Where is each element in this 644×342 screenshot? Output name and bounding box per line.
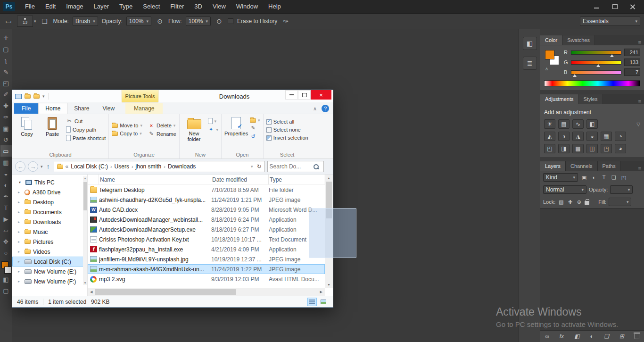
expander-icon[interactable]: ▸ — [18, 250, 22, 254]
photo-filter-icon[interactable]: ▦ — [601, 132, 612, 141]
forward-button[interactable]: → — [28, 161, 38, 172]
paste-button[interactable]: Paste — [41, 116, 64, 151]
column-header-type[interactable]: Type — [269, 175, 324, 184]
scroll-right-icon[interactable]: ▶ — [318, 290, 325, 294]
lasso-tool-icon[interactable]: ʅ — [0, 55, 12, 66]
zoom-tool-icon[interactable]: ○ — [0, 247, 12, 259]
crumb-user[interactable]: jhon smith — [136, 163, 162, 170]
quick-mask-icon[interactable]: ◧ — [0, 274, 12, 285]
expander-icon[interactable]: ▸ — [18, 200, 22, 204]
nav-scrollbar[interactable]: ▲ ▼ — [83, 176, 87, 285]
details-view-button[interactable] — [307, 298, 317, 306]
expander-icon[interactable]: ▸ — [18, 240, 22, 244]
lock-pixels-icon[interactable]: ✚ — [567, 199, 573, 205]
type-tool-icon[interactable]: T — [0, 202, 12, 213]
table-row[interactable]: janfillem-9LMd9iiVL9Y-unsplash.jpg 10/19… — [88, 254, 325, 264]
scroll-up-icon[interactable]: ▲ — [327, 175, 330, 182]
black-white-icon[interactable]: ◒ — [586, 132, 598, 141]
tab-styles[interactable]: Styles — [579, 94, 603, 104]
filter-shape-layers-icon[interactable]: ❏ — [610, 175, 618, 181]
screen-mode-icon[interactable]: ▢ — [0, 285, 12, 296]
scroll-thumb[interactable] — [83, 182, 87, 210]
sidebar-item-downloads[interactable]: ▸ Downloads — [12, 217, 87, 227]
picture-tools-context-tab[interactable]: Picture Tools — [122, 90, 158, 102]
tab-adjustments[interactable]: Adjustments — [540, 94, 579, 104]
background-color-swatch[interactable] — [4, 267, 11, 274]
menu-type[interactable]: Type — [114, 0, 138, 13]
toggle-brush-panel-icon[interactable]: ❏ — [40, 17, 50, 25]
gamut-warning-icon[interactable]: ⚠ — [545, 67, 548, 71]
green-value-field[interactable]: 133 — [624, 58, 640, 66]
copy-to-button[interactable]: Copy to ▾ — [112, 131, 142, 136]
filter-adjustment-layers-icon[interactable]: ◐ — [590, 175, 598, 180]
invert-icon[interactable]: ◰ — [544, 144, 555, 153]
open-button[interactable]: ▾ — [250, 118, 260, 123]
eraser-tool-preset-icon[interactable]: ▭ — [4, 17, 13, 25]
add-layer-mask-icon[interactable]: ◧ — [574, 333, 579, 340]
new-folder-button[interactable]: New folder — [182, 116, 206, 151]
recent-locations-icon[interactable]: ▾ — [41, 164, 43, 169]
edit-button[interactable]: ✎ — [250, 125, 260, 131]
scroll-up-icon[interactable]: ▲ — [83, 177, 87, 180]
column-header-date-modified[interactable]: Date modified — [211, 175, 269, 184]
filter-smart-object-icon[interactable]: ◳ — [620, 175, 627, 181]
opacity-select[interactable]: 100% ▾ — [126, 17, 151, 26]
table-row[interactable]: Crisiss Photoshop Activation Key.txt 10/… — [88, 234, 325, 244]
blur-tool-icon[interactable]: ◒ — [0, 168, 12, 179]
collapse-ribbon-icon[interactable]: ∧ — [313, 106, 317, 112]
expander-icon[interactable]: ▸ — [18, 190, 22, 194]
scroll-down-icon[interactable]: ▼ — [83, 282, 87, 284]
path-selection-tool-icon[interactable]: ▶ — [0, 213, 12, 225]
lock-all-icon[interactable] — [585, 201, 589, 205]
red-slider[interactable] — [571, 50, 621, 55]
crumb-downloads[interactable]: Downloads — [168, 163, 196, 170]
table-row[interactable]: AutodeskDownloadManagerSetup.exe 8/18/20… — [88, 225, 325, 234]
pressure-size-icon[interactable]: ✑ — [281, 17, 290, 25]
history-panel-icon[interactable]: ◧ — [523, 37, 537, 50]
tab-swatches[interactable]: Swatches — [562, 35, 595, 45]
shape-tool-icon[interactable]: ▱ — [0, 225, 12, 236]
gradient-map-icon[interactable]: ◫ — [586, 144, 598, 153]
tab-share[interactable]: Share — [67, 103, 96, 114]
exposure-icon[interactable]: ◧ — [586, 119, 598, 129]
restore-icon[interactable] — [612, 4, 618, 9]
filter-pixel-layers-icon[interactable]: ▣ — [580, 175, 588, 181]
blue-value-field[interactable]: 7 — [624, 68, 640, 76]
clone-stamp-tool-icon[interactable]: ▣ — [0, 123, 12, 134]
help-icon[interactable]: ? — [322, 105, 329, 112]
selective-color-icon[interactable]: ◳ — [601, 144, 612, 153]
tab-manage[interactable]: Manage — [125, 103, 163, 114]
panel-menu-icon[interactable]: ≡ — [638, 165, 644, 171]
lock-position-icon[interactable]: ⊕ — [576, 199, 582, 205]
close-icon[interactable] — [630, 4, 636, 9]
crumb-users[interactable]: Users — [115, 163, 129, 170]
menu-image[interactable]: Image — [61, 0, 88, 13]
expander-icon[interactable]: ▸ — [18, 279, 22, 284]
brightness-contrast-icon[interactable]: ☀ — [544, 119, 555, 129]
table-row[interactable]: W Auto CAD.docx 8/28/2019 9:05 PM Micros… — [88, 205, 325, 215]
crumb-overflow-icon[interactable]: « — [66, 163, 69, 170]
color-lookup-icon[interactable]: ◕ — [615, 144, 626, 153]
horizontal-scrollbar[interactable]: ◀ ▶ — [88, 288, 325, 296]
menu-view[interactable]: View — [207, 0, 231, 13]
search-icon[interactable] — [313, 164, 319, 170]
threshold-icon[interactable]: ▩ — [572, 144, 584, 153]
sidebar-item-this-pc[interactable]: ▾ This PC — [12, 177, 87, 187]
copy-path-button[interactable]: Copy path — [66, 126, 106, 133]
sidebar-item-documents[interactable]: ▸ Documents — [12, 207, 87, 217]
menu-edit[interactable]: Edit — [40, 0, 61, 13]
folder-up-qat-icon[interactable] — [33, 94, 40, 99]
vibrance-icon[interactable]: ◭ — [544, 132, 555, 141]
rename-button[interactable]: ✎ Rename — [148, 131, 176, 137]
sidebar-item-local-disk-c[interactable]: ▸ Local Disk (C:) — [12, 257, 87, 267]
workspace-select[interactable]: Essentials ▾ — [580, 17, 640, 26]
tab-file[interactable]: File — [14, 103, 38, 114]
layer-opacity-field[interactable]: ▾ — [610, 185, 633, 194]
tab-view[interactable]: View — [96, 103, 121, 114]
table-row[interactable]: mp3 2.svg 9/3/2019 12:03 PM Avast HTML D… — [88, 274, 325, 284]
color-spectrum-ramp[interactable] — [544, 80, 640, 86]
quick-selection-tool-icon[interactable]: ✎ — [0, 66, 12, 77]
customize-qat-icon[interactable]: ▾ — [42, 94, 45, 99]
gradient-tool-icon[interactable]: ▥ — [0, 157, 12, 168]
hand-tool-icon[interactable]: ✥ — [0, 236, 12, 247]
